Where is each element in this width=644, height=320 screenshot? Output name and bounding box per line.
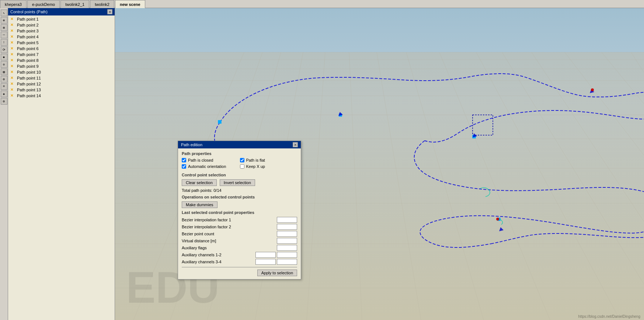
clear-selection-button[interactable]: Clear selection [182, 179, 217, 186]
checkbox-path-flat-input[interactable] [240, 158, 244, 162]
toolbar-btn-9[interactable]: ▤ [1, 68, 7, 75]
make-dummies-button[interactable]: Make dummies [182, 201, 217, 208]
checkbox-path-closed-input[interactable] [182, 158, 186, 162]
toolbar-btn-10[interactable]: ⚙ [1, 76, 7, 82]
tab-new_scene[interactable]: new scene [115, 0, 145, 8]
left-toolbar: ↖ ⊕ ⊞ ↔ ↕ ⟳ ✱ ⊙ ▤ ⚙ ≡ ◈ ⚙ [0, 8, 8, 320]
toolbar-btn-8[interactable]: ⊙ [1, 61, 7, 68]
url-watermark: https://blog.csdn.net/DanielDingsheng [578, 314, 640, 319]
path-item-icon-11 [10, 75, 15, 81]
dialog-close-button[interactable]: ✕ [293, 142, 298, 147]
invert-selection-button[interactable]: Invert selection [220, 179, 255, 186]
toolbar-btn-2[interactable]: ⊕ [1, 17, 7, 24]
tab-twolink2_1[interactable]: twolink2_1 [60, 0, 89, 8]
checkbox-path-flat: Path is flat [240, 158, 297, 162]
prop-aux-channel-3-input[interactable] [255, 259, 276, 265]
prop-aux-channel-1-input[interactable] [255, 252, 276, 258]
path-item-icon-13 [10, 87, 15, 92]
path-item-11[interactable]: Path point 11 [9, 75, 114, 81]
prop-bezier-factor-2-input[interactable] [277, 224, 297, 230]
tab-epuckdemo[interactable]: e-puckDemo [27, 0, 60, 8]
checkbox-keep-x: Keep X up [240, 164, 297, 169]
checkbox-keep-x-input[interactable] [240, 164, 244, 169]
path-item-label-10: Path point 10 [17, 70, 41, 74]
checkbox-auto-orient-input[interactable] [182, 164, 186, 169]
dialog-title-bar[interactable]: Path edition ✕ [178, 141, 301, 148]
toolbar-btn-5[interactable]: ↕ [1, 39, 7, 46]
dialog-body: Path properties Path is closed Path is f… [178, 148, 301, 279]
toolbar-btn-6[interactable]: ⟳ [1, 46, 7, 53]
toolbar-btn-13[interactable]: ⚙ [1, 98, 7, 105]
toolbar-btn-11[interactable]: ≡ [1, 83, 7, 90]
path-item-2[interactable]: Path point 2 [9, 22, 114, 28]
path-item-10[interactable]: Path point 10 [9, 69, 114, 75]
path-properties-title: Path properties [182, 151, 297, 156]
svg-rect-29 [218, 120, 221, 123]
prop-aux-flags: Auxiliary flags [182, 245, 297, 251]
panel-close-button[interactable]: ✕ [107, 9, 112, 14]
path-item-12[interactable]: Path point 12 [9, 81, 114, 87]
toolbar-btn-12[interactable]: ◈ [1, 91, 7, 97]
path-item-13[interactable]: Path point 13 [9, 87, 114, 93]
path-item-14[interactable]: Path point 14 [9, 93, 114, 99]
path-item-label-1: Path point 1 [17, 17, 39, 21]
prop-bezier-factor-1-input[interactable] [277, 217, 297, 223]
toolbar-btn-7[interactable]: ✱ [1, 54, 7, 60]
tab-twolink2[interactable]: twolink2 [90, 0, 114, 8]
path-item-icon-5 [10, 40, 15, 45]
prop-aux-channels-1-2-label: Auxiliary channels 1-2 [182, 253, 255, 257]
path-item-8[interactable]: Path point 8 [9, 57, 114, 63]
prop-bezier-factor-1: Bezier interpolation factor 1 [182, 217, 297, 223]
path-item-icon-10 [10, 70, 15, 75]
path-item-1[interactable]: Path point 1 [9, 16, 114, 22]
path-item-5[interactable]: Path point 5 [9, 40, 114, 46]
toolbar-btn-1[interactable]: ↖ [1, 10, 7, 16]
apply-to-selection-button[interactable]: Apply to selection [257, 270, 297, 276]
svg-marker-34 [338, 112, 343, 116]
viewport[interactable]: Selected path points: 0 (Bezier path len… [115, 8, 644, 320]
prop-aux-channels-3-4-label: Auxiliary channels 3-4 [182, 260, 255, 264]
prop-aux-channels-3-4-inputs [255, 259, 297, 265]
tab-khepera3[interactable]: khepera3 [0, 0, 27, 8]
prop-aux-channels-3-4: Auxiliary channels 3-4 [182, 259, 297, 265]
viewport-status: Selected path points: 0 (Bezier path len… [115, 8, 644, 15]
path-item-4[interactable]: Path point 4 [9, 34, 114, 40]
control-panel: Control points (Path) ✕ Path point 1Path… [8, 8, 115, 320]
path-item-7[interactable]: Path point 7 [9, 52, 114, 57]
svg-rect-28 [473, 115, 493, 135]
svg-line-18 [377, 52, 421, 320]
prop-aux-channels-1-2-inputs [255, 252, 297, 258]
prop-virtual-distance-input[interactable] [277, 238, 297, 244]
path-item-6[interactable]: Path point 6 [9, 46, 114, 52]
operations-buttons: Make dummies [182, 201, 297, 208]
path-item-3[interactable]: Path point 3 [9, 28, 114, 34]
panel-title-bar: Control points (Path) ✕ [8, 8, 115, 15]
status-label: Selected path points: [118, 10, 156, 14]
prop-aux-channel-4-input[interactable] [277, 259, 297, 265]
path-item-label-14: Path point 14 [17, 94, 41, 98]
prop-aux-channel-2-input[interactable] [277, 252, 297, 258]
svg-rect-30 [339, 114, 342, 116]
prop-bezier-point-count: Bezier point count [182, 231, 297, 237]
svg-marker-37 [499, 227, 504, 231]
path-item-icon-6 [10, 46, 15, 51]
path-item-9[interactable]: Path point 9 [9, 63, 114, 69]
svg-line-24 [565, 52, 644, 155]
path-item-label-12: Path point 12 [17, 82, 41, 86]
status-value: 0 (Bezier path length=8.6422) [157, 10, 210, 14]
path-item-label-5: Path point 5 [17, 41, 39, 45]
toolbar-btn-4[interactable]: ↔ [1, 32, 7, 38]
path-item-label-8: Path point 8 [17, 58, 39, 63]
path-item-icon-1 [10, 17, 15, 22]
svg-point-39 [496, 218, 499, 221]
prop-bezier-point-count-input[interactable] [277, 231, 297, 237]
toolbar-btn-3[interactable]: ⊞ [1, 24, 7, 31]
panel-scroll[interactable]: Path point 1Path point 2Path point 3Path… [8, 15, 115, 320]
apply-btn-row: Apply to selection [182, 267, 297, 276]
path-item-label-7: Path point 7 [17, 52, 39, 57]
prop-virtual-distance-label: Virtual distance [m] [182, 239, 277, 243]
svg-line-23 [532, 52, 644, 222]
prop-aux-flags-input[interactable] [277, 245, 297, 251]
path-item-label-9: Path point 9 [17, 64, 39, 68]
svg-point-38 [591, 88, 594, 91]
